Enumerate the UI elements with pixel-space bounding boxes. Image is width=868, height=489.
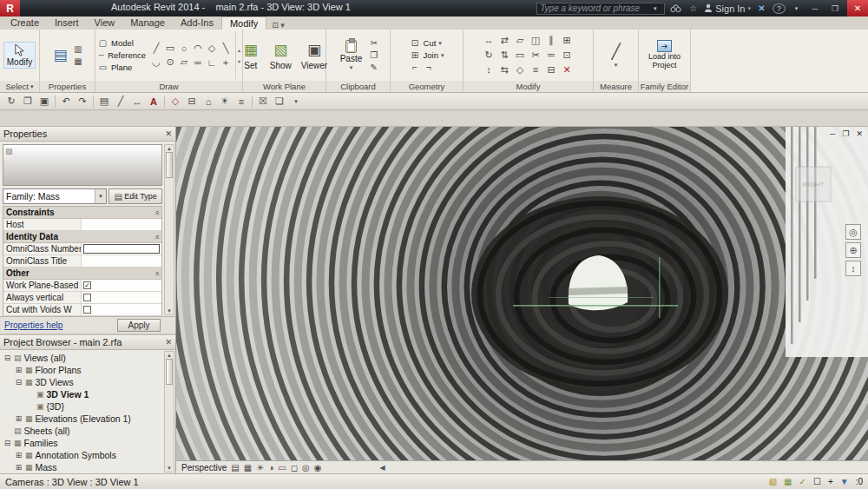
design-options-icon[interactable]: ▦ (784, 477, 792, 486)
tree-expander-icon[interactable]: ⊞ (15, 463, 23, 472)
text-tool-icon[interactable]: A (146, 94, 161, 109)
draw-mode-model[interactable]: ▢Model (97, 38, 146, 49)
undo-icon[interactable]: ↶ (58, 94, 74, 109)
viewcube[interactable]: RIGHT (796, 167, 831, 202)
work-plane-based-checkbox[interactable]: ✓ (83, 281, 91, 289)
close-project-browser-icon[interactable]: ✕ (165, 338, 172, 347)
view-minimize-icon[interactable]: ─ (830, 129, 835, 138)
wall-joins-icon[interactable]: ¬ (424, 63, 435, 73)
copy-icon[interactable]: ❐ (368, 50, 379, 61)
tree-item-annotation-symbols[interactable]: ⊞▦Annotation Symbols (0, 449, 164, 461)
property-row-omniclass-number[interactable]: OmniClass Number (3, 243, 161, 255)
cut-icon[interactable]: ✂ (368, 38, 379, 49)
tab-modify[interactable]: Modify (221, 17, 266, 30)
print-icon[interactable]: ▤ (96, 94, 112, 109)
paint-icon[interactable]: ◇ (513, 63, 527, 76)
browser-scrollbar[interactable]: ▲ ▼ (164, 351, 174, 472)
cut-with-voids-checkbox[interactable] (83, 306, 91, 314)
sign-in-button[interactable]: Sign In ▾ (704, 3, 751, 14)
filter-count[interactable]: :0 (856, 477, 863, 486)
customize-qat-icon[interactable]: ▾ (288, 94, 304, 109)
scale-icon[interactable]: ⊡ (560, 49, 574, 62)
join-geometry-button[interactable]: ⊞Join▾ (410, 50, 444, 61)
minimize-button[interactable]: ─ (807, 2, 823, 15)
cope-icon[interactable]: ⌐ (410, 63, 421, 73)
tree-item-families[interactable]: ⊟▦Families (0, 437, 164, 449)
tree-item-elevations[interactable]: ⊞▦Elevations (Elevation 1) (0, 413, 164, 425)
tree-expander-icon[interactable]: ⊟ (15, 378, 23, 387)
section-constraints[interactable]: Constraints» (3, 207, 161, 219)
ribbon-options-dropdown-icon[interactable]: ⊡ ▾ (266, 21, 290, 30)
paste-button[interactable]: Paste ▾ (337, 38, 366, 73)
scrollbar-up-icon[interactable]: ▲ (167, 353, 172, 358)
scrollbar-thumb[interactable] (166, 152, 173, 178)
scrollbar-down-icon[interactable]: ▼ (167, 308, 172, 314)
crop-view-icon[interactable]: ▭ (278, 463, 286, 472)
thin-lines-modify-icon[interactable]: ≡ (529, 63, 542, 76)
default-3d-view-icon[interactable]: ⌂ (201, 94, 216, 109)
visual-style-icon[interactable]: ▦ (244, 463, 252, 472)
family-types-icon[interactable]: ▥ (73, 44, 84, 55)
tree-item-sheets[interactable]: ▤Sheets (all) (0, 425, 164, 437)
tag-icon[interactable]: ◇ (168, 94, 183, 109)
open-icon[interactable]: ❐ (20, 94, 36, 109)
perspective-label[interactable]: Perspective (181, 463, 227, 472)
section-other[interactable]: Other» (3, 268, 161, 280)
show-crop-icon[interactable]: ◻ (291, 463, 298, 472)
binoculars-icon[interactable] (669, 4, 682, 13)
exclude-options-icon[interactable]: ☐ (813, 477, 821, 486)
help-dropdown-icon[interactable]: ▾ (790, 5, 803, 12)
tab-add-ins[interactable]: Add-Ins (173, 17, 221, 30)
modify-tool-button[interactable]: Modify (3, 42, 36, 69)
search-dropdown-icon[interactable]: ▾ (648, 5, 661, 12)
rectangle-tool-icon[interactable]: ▭ (163, 42, 177, 55)
pan-icon[interactable]: ↕ (845, 261, 861, 276)
press-drag-icon[interactable]: + (828, 477, 833, 486)
3d-view-canvas[interactable]: RIGHT (176, 127, 868, 460)
properties-scrollbar[interactable]: ▲ ▼ (164, 144, 174, 315)
tree-item-3d-views[interactable]: ⊟▦3D Views (0, 376, 164, 388)
help-icon[interactable]: ? (773, 3, 786, 14)
tab-view[interactable]: View (87, 17, 123, 30)
split-with-gap-icon[interactable]: ✂ (529, 49, 542, 62)
redo-icon[interactable]: ↷ (75, 94, 90, 109)
line-tool-icon[interactable]: ╱ (149, 42, 163, 55)
angle-tool-icon[interactable]: ∟ (205, 56, 219, 69)
omniclass-number-input[interactable] (83, 244, 160, 254)
tree-expander-icon[interactable]: ⊞ (15, 451, 23, 459)
arc-tool-icon[interactable]: ◠ (191, 42, 205, 55)
tree-item-mass[interactable]: ⊞▦Mass (0, 461, 164, 473)
property-value[interactable] (82, 219, 161, 230)
property-row-host[interactable]: Host (3, 219, 161, 231)
show-work-plane-button[interactable]: ▧Show (266, 39, 295, 72)
section-identity-data[interactable]: Identity Data» (3, 231, 161, 243)
tree-item-views-all[interactable]: ⊟▤Views (all) (0, 352, 164, 364)
apply-button[interactable]: Apply (117, 319, 161, 332)
extend-icon[interactable]: ═ (544, 49, 558, 62)
filter-icon[interactable]: ▼ (840, 477, 849, 486)
project-browser-header[interactable]: Project Browser - main 2.rfa ✕ (0, 335, 175, 350)
trim-extend-icon[interactable]: ▭ (513, 49, 527, 62)
search-input[interactable] (540, 3, 648, 13)
tree-item-3d-view-1[interactable]: ▣3D View 1 (0, 388, 164, 400)
tree-expander-icon[interactable]: ⊞ (15, 414, 23, 423)
revit-logo[interactable]: R (0, 0, 20, 17)
pick-lines-tool-icon[interactable]: ▱ (177, 56, 191, 69)
editable-only-icon[interactable]: ✓ (799, 477, 806, 486)
edit-type-button[interactable]: ▤Edit Type (108, 188, 162, 204)
draw-mode-plane[interactable]: ▭Plane (97, 63, 146, 73)
close-button[interactable]: ✕ (847, 0, 868, 17)
switch-windows-icon[interactable]: ❏ (272, 94, 287, 109)
save-icon[interactable]: ▣ (36, 94, 52, 109)
detail-level-icon[interactable]: ▤ (231, 463, 239, 472)
worksets-icon[interactable]: ▧ (769, 477, 777, 486)
tab-manage[interactable]: Manage (122, 17, 173, 30)
property-row-cut-with-voids[interactable]: Cut with Voids W (3, 304, 161, 316)
exchange-apps-icon[interactable]: ✕ (755, 3, 768, 13)
tab-create[interactable]: Create (3, 17, 47, 30)
temporary-hide-icon[interactable]: ◎ (302, 463, 310, 472)
fillet-arc-tool-icon[interactable]: ◡ (149, 56, 163, 69)
select-panel-label[interactable]: Select▾ (0, 81, 39, 92)
tree-item-floor-plans[interactable]: ⊞▦Floor Plans (0, 364, 164, 376)
rotate-icon[interactable]: ↻ (482, 49, 496, 62)
